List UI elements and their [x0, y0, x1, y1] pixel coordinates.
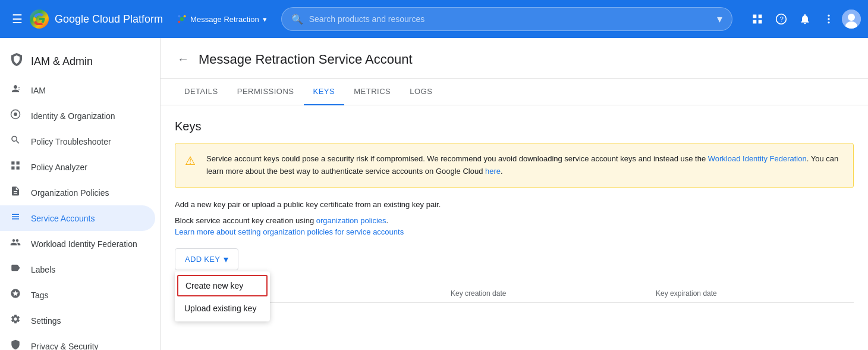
here-link[interactable]: here — [485, 167, 501, 176]
labels-icon — [10, 262, 21, 276]
help-icon[interactable]: ? — [770, 8, 792, 30]
search-input[interactable] — [309, 14, 717, 24]
svg-point-10 — [828, 15, 829, 17]
add-key-chevron-icon: ▾ — [224, 254, 228, 265]
svg-point-2 — [184, 15, 186, 17]
add-key-button[interactable]: ADD KEY ▾ — [175, 248, 238, 270]
svg-point-0 — [180, 17, 184, 21]
keys-table: Key ID Key creation date Key expiration … — [175, 285, 854, 303]
back-button[interactable]: ← — [175, 50, 191, 68]
iam-icon — [10, 83, 21, 97]
sidebar-item-labels[interactable]: Labels — [0, 257, 155, 282]
sidebar-item-identity-org[interactable]: Identity & Organization — [0, 103, 155, 129]
sidebar-item-iam-label: IAM — [31, 86, 46, 95]
org-policies-icon — [10, 186, 21, 199]
sidebar-item-policy-troubleshooter-label: Policy Troubleshooter — [31, 137, 111, 146]
sidebar-header: IAM & Admin — [0, 43, 160, 77]
sidebar-item-privacy-security-label: Privacy & Security — [31, 342, 99, 351]
col-header-key-expiration-date: Key expiration date — [649, 289, 854, 298]
sidebar-item-workload-identity[interactable]: Workload Identity Federation — [0, 231, 155, 257]
sidebar-item-tags-label: Tags — [31, 290, 49, 300]
learn-more-text: Learn more about setting organization po… — [175, 227, 854, 236]
svg-rect-6 — [753, 20, 757, 24]
policy-analyzer-icon — [10, 160, 21, 174]
content-area: Keys ⚠ Service account keys could pose a… — [161, 105, 868, 317]
service-accounts-icon — [10, 211, 21, 225]
add-key-label: ADD KEY — [185, 255, 220, 264]
hamburger-icon[interactable]: ☰ — [7, 7, 27, 31]
project-icon — [177, 14, 187, 24]
search-bar[interactable]: 🔍 ▾ — [281, 7, 732, 31]
tabs-bar: DETAILS PERMISSIONS KEYS METRICS LOGS — [161, 79, 868, 105]
sidebar-header-text: IAM & Admin — [31, 55, 93, 68]
svg-point-14 — [848, 14, 855, 21]
tab-logs[interactable]: LOGS — [400, 79, 442, 105]
svg-rect-5 — [759, 15, 762, 18]
sidebar-item-service-accounts-label: Service Accounts — [31, 214, 95, 223]
warning-triangle-icon: ⚠ — [185, 154, 199, 178]
svg-rect-4 — [753, 15, 757, 18]
learn-more-link[interactable]: Learn more about setting organization po… — [175, 227, 404, 236]
gcp-logo-icon — [30, 10, 49, 29]
keys-table-header: Key ID Key creation date Key expiration … — [175, 285, 854, 303]
logo-text: Google Cloud Platform — [55, 13, 163, 26]
sidebar-item-iam[interactable]: IAM — [0, 77, 155, 103]
tab-keys[interactable]: KEYS — [304, 79, 345, 105]
warning-text: Service account keys could pose a securi… — [206, 153, 844, 178]
organization-policies-link[interactable]: organization policies — [316, 216, 386, 225]
block-policy-text: Block service account key creation using… — [175, 216, 854, 225]
page-title: Message Retraction Service Account — [199, 52, 413, 67]
main-content: ← Message Retraction Service Account DET… — [161, 38, 868, 350]
search-expand-icon: ▾ — [717, 12, 722, 26]
sidebar-item-org-policies-label: Organization Policies — [31, 188, 109, 198]
sidebar-item-service-accounts[interactable]: Service Accounts — [0, 205, 155, 231]
svg-rect-7 — [759, 20, 762, 24]
svg-point-11 — [828, 18, 829, 20]
privacy-security-icon — [10, 339, 21, 350]
svg-text:?: ? — [780, 15, 784, 23]
sidebar-item-settings-label: Settings — [31, 316, 61, 326]
sidebar-item-labels-label: Labels — [31, 265, 55, 274]
notification-icon[interactable] — [794, 8, 816, 30]
workload-identity-icon — [10, 237, 21, 251]
logo-area: Google Cloud Platform — [30, 10, 163, 29]
svg-point-12 — [828, 21, 829, 23]
iam-admin-icon — [10, 52, 24, 70]
dropdown-item-create-new-key[interactable]: Create new key — [177, 275, 268, 296]
tags-icon — [10, 288, 21, 302]
top-nav: ☰ Google Cloud Platform Message Retracti… — [0, 0, 868, 38]
search-icon: 🔍 — [291, 14, 303, 25]
sidebar-item-tags[interactable]: Tags — [0, 282, 155, 308]
tab-details[interactable]: DETAILS — [175, 79, 228, 105]
svg-point-3 — [178, 21, 180, 23]
sidebar-item-settings[interactable]: Settings — [0, 308, 155, 333]
page-header: ← Message Retraction Service Account — [161, 38, 868, 79]
more-options-icon[interactable] — [818, 8, 839, 30]
grid-apps-icon[interactable] — [747, 8, 768, 30]
sidebar-item-policy-troubleshooter[interactable]: Policy Troubleshooter — [0, 129, 155, 154]
col-header-key-creation-date: Key creation date — [444, 289, 649, 298]
avatar[interactable] — [842, 10, 861, 29]
tab-permissions[interactable]: PERMISSIONS — [228, 79, 304, 105]
add-key-description: Add a new key pair or upload a public ke… — [175, 200, 854, 209]
keys-section-title: Keys — [175, 120, 854, 133]
sidebar-item-policy-analyzer[interactable]: Policy Analyzer — [0, 154, 155, 180]
dropdown-item-upload-existing-key[interactable]: Upload existing key — [175, 298, 270, 319]
project-chevron-icon: ▾ — [263, 15, 267, 24]
security-warning-box: ⚠ Service account keys could pose a secu… — [175, 143, 854, 188]
nav-actions: ? — [747, 8, 861, 30]
sidebar-item-org-policies[interactable]: Organization Policies — [0, 180, 155, 205]
project-selector[interactable]: Message Retraction ▾ — [177, 14, 267, 24]
sidebar-item-privacy-security[interactable]: Privacy & Security — [0, 333, 155, 350]
identity-org-icon — [10, 109, 21, 123]
sidebar-item-identity-org-label: Identity & Organization — [31, 111, 115, 121]
workload-identity-link[interactable]: Workload Identity Federation — [708, 154, 807, 163]
sidebar-item-policy-analyzer-label: Policy Analyzer — [31, 162, 87, 172]
project-name: Message Retraction — [190, 15, 259, 24]
tab-metrics[interactable]: METRICS — [344, 79, 400, 105]
policy-troubleshooter-icon — [10, 135, 21, 148]
sidebar-item-workload-identity-label: Workload Identity Federation — [31, 239, 137, 249]
settings-icon — [10, 314, 21, 327]
svg-point-1 — [178, 15, 180, 17]
add-key-area: ADD KEY ▾ Create new key Upload existing… — [175, 248, 238, 270]
